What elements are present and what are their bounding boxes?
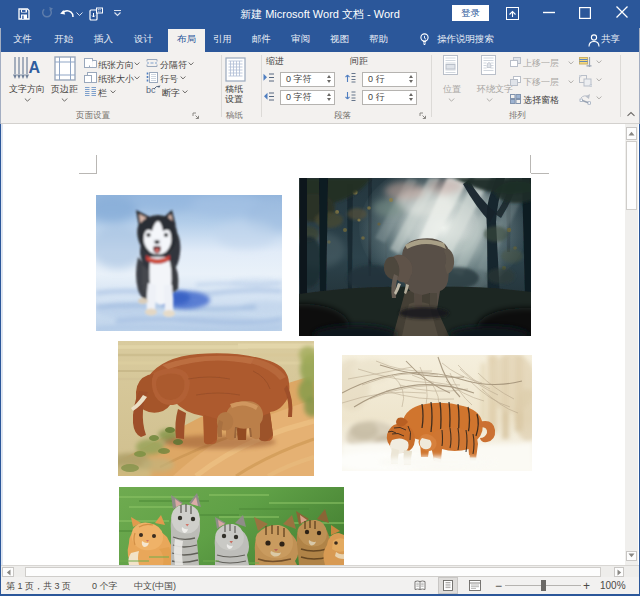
svg-text:A: A — [29, 59, 41, 76]
